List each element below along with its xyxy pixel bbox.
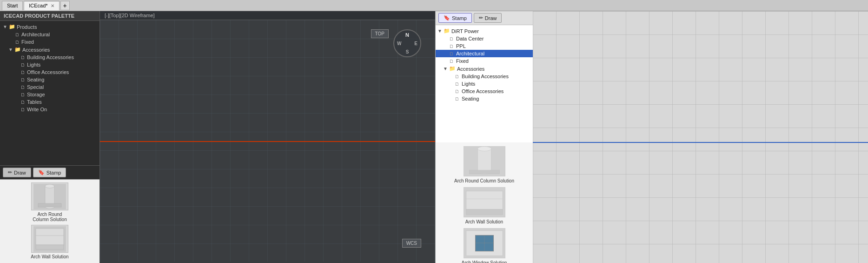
viewport-canvas[interactable]: N E S W TOP WCS: [100, 20, 435, 262]
svg-rect-13: [469, 170, 499, 174]
wcs-button[interactable]: WCS: [402, 239, 421, 248]
right-stamp-button[interactable]: 🔖 Stamp: [438, 13, 472, 23]
right-tree-item-r-dirt-power[interactable]: ▼📁DiRT Power: [436, 27, 533, 35]
left-tree-item-seating[interactable]: 🗋Seating: [0, 76, 99, 83]
right-tree-label-r-fixed: Fixed: [456, 58, 469, 64]
right-tree-item-r-ppl[interactable]: 🗋PPL: [436, 42, 533, 50]
close-icon[interactable]: ✕: [51, 3, 54, 8]
document-icon: 🗋: [14, 40, 20, 45]
left-tree-label-office-accessories: Office Accessories: [27, 69, 69, 75]
document-icon: 🗋: [20, 92, 26, 97]
right-draw-button[interactable]: ✏ Draw: [474, 13, 502, 23]
viewport: [-][Top][2D Wireframe] N E S W TOP WCS: [100, 11, 435, 263]
right-tree: ▼📁DiRT Power🗋Data Center🗋PPL🗋Architectur…: [436, 25, 533, 142]
draw-button[interactable]: ✏ Draw: [3, 168, 31, 177]
document-icon: 🗋: [449, 51, 455, 56]
folder-icon: 📁: [449, 66, 456, 72]
svg-rect-4: [38, 203, 61, 207]
rthumb-label-arch-wall: Arch Wall Solution: [465, 219, 503, 224]
rthumb-label-arch-window: Arch Window Solution: [462, 260, 507, 263]
tab-start[interactable]: Start: [2, 1, 23, 10]
left-tree-label-lights: Lights: [27, 62, 40, 67]
right-tree-item-r-seating[interactable]: 🗋Seating: [436, 95, 533, 102]
left-tree-item-accessories[interactable]: ▼📁Accessories: [0, 46, 99, 54]
left-tree-label-tables: Tables: [27, 99, 42, 105]
folder-icon: 📁: [444, 28, 450, 34]
tab-add-button[interactable]: +: [60, 1, 70, 10]
left-tree-item-lights[interactable]: 🗋Lights: [0, 61, 99, 68]
thumb-arch-wall[interactable]: Arch Wall Solution: [3, 225, 97, 259]
main-layout: ICECAD PRODUCT PALETTE ▼📁Products🗋Archit…: [0, 11, 868, 263]
left-tree-item-tables[interactable]: 🗋Tables: [0, 98, 99, 106]
top-view-button[interactable]: TOP: [371, 29, 389, 38]
right-tree-item-r-accessories[interactable]: ▼📁Accessories: [436, 65, 533, 73]
document-icon: 🗋: [455, 89, 460, 94]
left-tree: ▼📁Products🗋Architectural🗋Fixed▼📁Accessor…: [0, 21, 99, 165]
compass: N E S W: [393, 29, 421, 57]
thumb-label-arch-round-column: Arch RoundColumn Solution: [33, 212, 66, 222]
folder-icon: 📁: [14, 47, 21, 53]
thumb-arch-round-column[interactable]: Arch RoundColumn Solution: [3, 182, 97, 222]
svg-rect-7: [36, 245, 64, 250]
svg-point-11: [477, 146, 491, 151]
svg-rect-10: [477, 148, 491, 172]
stamp-button[interactable]: 🔖 Stamp: [33, 168, 66, 177]
rthumb-arch-window[interactable]: Arch Window Solution: [439, 228, 529, 263]
right-tree-label-r-data-center: Data Center: [456, 36, 484, 41]
left-tree-item-write-on[interactable]: 🗋Write On: [0, 106, 99, 113]
rthumb-arch-round-column[interactable]: Arch Round Column Solution: [439, 146, 529, 183]
right-tree-label-r-office-accessories: Office Accessories: [462, 88, 504, 94]
left-tree-item-architectural[interactable]: 🗋Architectural: [0, 31, 99, 38]
left-tree-label-accessories: Accessories: [22, 47, 50, 53]
document-icon: 🗋: [20, 107, 26, 112]
document-icon: 🗋: [20, 70, 26, 75]
left-tree-item-office-accessories[interactable]: 🗋Office Accessories: [0, 68, 99, 76]
rthumb-img-arch-wall: [464, 187, 505, 217]
right-tree-label-r-architectural: Architectural: [456, 51, 484, 56]
compass-west: W: [397, 41, 401, 46]
right-tree-item-r-architectural[interactable]: 🗋Architectural: [436, 50, 533, 57]
document-icon: 🗋: [14, 32, 20, 37]
compass-south: S: [406, 49, 409, 54]
left-tree-label-fixed: Fixed: [21, 39, 34, 45]
left-tree-item-special[interactable]: 🗋Special: [0, 83, 99, 91]
pencil-icon-right: ✏: [479, 15, 483, 21]
rthumb-img-arch-round-column: [464, 146, 505, 176]
svg-rect-6: [36, 229, 64, 245]
pencil-icon: ✏: [8, 169, 12, 175]
right-thumbs: Arch Round Column Solution Arch Wall Sol…: [436, 142, 533, 263]
right-tree-label-r-dirt-power: DiRT Power: [451, 28, 479, 34]
rthumb-img-arch-window: [464, 228, 505, 258]
thumb-label-arch-wall: Arch Wall Solution: [31, 254, 68, 259]
right-tree-item-r-lights[interactable]: 🗋Lights: [436, 80, 533, 88]
right-tree-label-r-lights: Lights: [462, 81, 475, 87]
viewport-label: [-][Top][2D Wireframe]: [100, 11, 435, 20]
document-icon: 🗋: [449, 36, 455, 41]
rthumb-arch-wall[interactable]: Arch Wall Solution: [439, 187, 529, 224]
horizontal-line: [100, 141, 435, 142]
far-right-panel: [533, 11, 868, 263]
tab-icecad[interactable]: ICEcad* ✕: [24, 1, 59, 10]
compass-east: E: [414, 41, 417, 46]
document-icon: 🗋: [20, 85, 26, 90]
left-tree-item-fixed[interactable]: 🗋Fixed: [0, 38, 99, 46]
document-icon: 🗋: [455, 74, 460, 79]
left-panel: ICECAD PRODUCT PALETTE ▼📁Products🗋Archit…: [0, 11, 100, 263]
right-tree-item-r-fixed[interactable]: 🗋Fixed: [436, 57, 533, 65]
left-tree-label-architectural: Architectural: [21, 32, 50, 37]
tab-start-label: Start: [7, 3, 18, 8]
bottom-buttons: ✏ Draw 🔖 Stamp: [0, 165, 99, 179]
svg-rect-16: [466, 209, 502, 215]
compass-north: N: [405, 32, 409, 38]
left-tree-item-products[interactable]: ▼📁Products: [0, 23, 99, 31]
right-tree-item-r-office-accessories[interactable]: 🗋Office Accessories: [436, 88, 533, 95]
right-tree-item-r-building-accessories[interactable]: 🗋Building Accessories: [436, 73, 533, 80]
right-tree-item-r-data-center[interactable]: 🗋Data Center: [436, 35, 533, 42]
left-tree-label-write-on: Write On: [27, 107, 47, 112]
left-tree-item-storage[interactable]: 🗋Storage: [0, 91, 99, 98]
tab-icecad-label: ICEcad*: [29, 3, 47, 8]
chevron-down-icon: ▼: [8, 47, 13, 52]
document-icon: 🗋: [449, 59, 455, 64]
left-tree-item-building-accessories[interactable]: 🗋Building Accessories: [0, 54, 99, 61]
tab-bar: Start ICEcad* ✕ +: [0, 0, 868, 11]
